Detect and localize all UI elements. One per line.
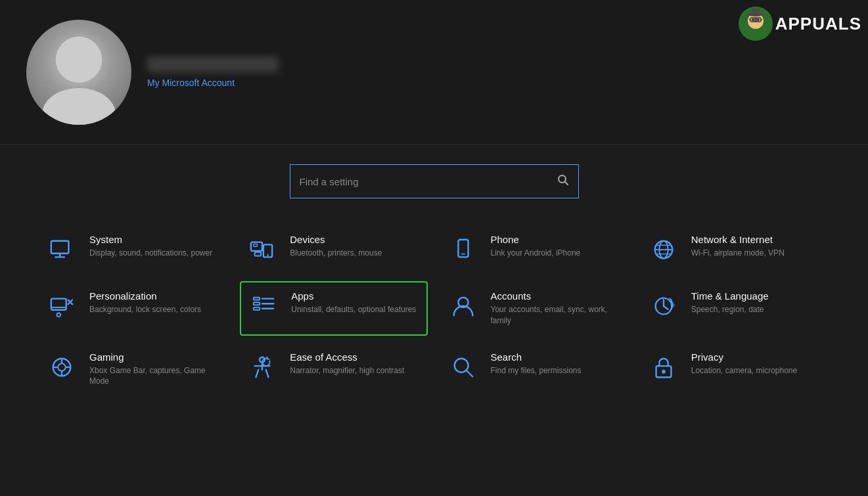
- gaming-title: Gaming: [89, 351, 220, 363]
- personalization-desc: Background, lock screen, colors: [89, 304, 201, 315]
- devices-text: Devices Bluetooth, printers, mouse: [290, 234, 382, 259]
- phone-desc: Link your Android, iPhone: [491, 248, 581, 259]
- search-button[interactable]: [555, 171, 572, 191]
- privacy-title: Privacy: [691, 351, 797, 363]
- ms-account-link[interactable]: My Microsoft Account: [147, 78, 279, 88]
- settings-grid: System Display, sound, notifications, po…: [39, 225, 829, 396]
- setting-time[interactable]: A あ Time & Language Speech, region, date: [641, 281, 829, 336]
- svg-line-13: [564, 182, 568, 185]
- gaming-desc: Xbox Game Bar, captures, Game Mode: [89, 365, 220, 388]
- ease-icon: [246, 351, 278, 383]
- svg-rect-35: [254, 302, 260, 305]
- gaming-icon: [46, 351, 78, 383]
- avatar: [26, 20, 131, 125]
- setting-gaming[interactable]: Gaming Xbox Game Bar, captures, Game Mod…: [39, 342, 227, 397]
- svg-rect-36: [254, 307, 260, 310]
- svg-point-4: [752, 18, 754, 21]
- svg-point-58: [662, 369, 666, 373]
- time-text: Time & Language Speech, region, date: [691, 290, 769, 315]
- network-text: Network & Internet Wi-Fi, airplane mode,…: [691, 234, 785, 259]
- privacy-text: Privacy Location, camera, microphone: [691, 351, 797, 376]
- settings-main: System Display, sound, notifications, po…: [0, 145, 868, 496]
- time-title: Time & Language: [691, 290, 769, 302]
- setting-search[interactable]: Search Find my files, permissions: [441, 342, 628, 397]
- setting-apps[interactable]: Apps Uninstall, defaults, optional featu…: [240, 281, 427, 336]
- user-info: My Microsoft Account: [147, 56, 279, 88]
- user-name-blurred: [147, 56, 279, 72]
- accounts-text: Accounts Your accounts, email, sync, wor…: [491, 290, 622, 327]
- phone-title: Phone: [491, 234, 581, 245]
- svg-point-33: [57, 313, 60, 317]
- system-title: System: [89, 234, 212, 245]
- phone-text: Phone Link your Android, iPhone: [491, 234, 581, 259]
- network-title: Network & Internet: [691, 234, 785, 245]
- ease-text: Ease of Access Narrator, magnifier, high…: [290, 351, 404, 376]
- system-desc: Display, sound, notifications, power: [89, 248, 212, 259]
- search-setting-text: Search Find my files, permissions: [491, 351, 582, 376]
- svg-rect-34: [254, 298, 260, 300]
- apps-text: Apps Uninstall, defaults, optional featu…: [291, 290, 416, 315]
- search-setting-title: Search: [491, 351, 582, 363]
- gaming-text: Gaming Xbox Game Bar, captures, Game Mod…: [89, 351, 220, 388]
- setting-accounts[interactable]: Accounts Your accounts, email, sync, wor…: [441, 281, 628, 336]
- setting-ease[interactable]: Ease of Access Narrator, magnifier, high…: [240, 342, 427, 397]
- personalization-title: Personalization: [89, 290, 201, 302]
- phone-icon: [447, 234, 479, 265]
- system-icon: [46, 234, 78, 265]
- apps-desc: Uninstall, defaults, optional features: [291, 304, 416, 315]
- ease-title: Ease of Access: [290, 351, 404, 363]
- svg-rect-11: [752, 9, 760, 14]
- devices-desc: Bluetooth, printers, mouse: [290, 248, 382, 259]
- apps-icon: [248, 290, 279, 322]
- appuals-mascot: [739, 7, 773, 41]
- personalization-icon: [46, 290, 78, 322]
- setting-devices[interactable]: Devices Bluetooth, printers, mouse: [240, 225, 427, 275]
- setting-phone[interactable]: Phone Link your Android, iPhone: [441, 225, 628, 275]
- svg-rect-14: [51, 241, 69, 254]
- svg-rect-21: [255, 252, 262, 256]
- accounts-icon: [447, 290, 479, 322]
- time-desc: Speech, region, date: [691, 304, 769, 315]
- ease-desc: Narrator, magnifier, high contrast: [290, 365, 404, 376]
- accounts-title: Accounts: [491, 290, 622, 302]
- setting-personalization[interactable]: Personalization Background, lock screen,…: [39, 281, 227, 336]
- search-setting-desc: Find my files, permissions: [491, 365, 582, 376]
- svg-rect-18: [254, 244, 258, 246]
- time-icon: A あ: [648, 290, 679, 322]
- svg-line-43: [664, 306, 668, 309]
- search-container: [39, 164, 829, 198]
- accounts-desc: Your accounts, email, sync, work, family: [491, 304, 622, 327]
- setting-privacy[interactable]: Privacy Location, camera, microphone: [641, 342, 829, 397]
- appuals-text-logo: APPUALS: [775, 14, 861, 34]
- svg-text:あ: あ: [671, 302, 675, 307]
- svg-rect-29: [51, 299, 66, 310]
- apps-title: Apps: [291, 290, 416, 302]
- setting-network[interactable]: Network & Internet Wi-Fi, airplane mode,…: [641, 225, 829, 275]
- svg-point-47: [58, 363, 65, 371]
- svg-point-1: [42, 88, 116, 125]
- appuals-logo: APPUALS: [739, 7, 861, 41]
- svg-point-0: [56, 36, 102, 82]
- svg-line-56: [466, 370, 472, 376]
- personalization-text: Personalization Background, lock screen,…: [89, 290, 201, 315]
- search-setting-icon: [447, 351, 479, 383]
- network-icon: [648, 234, 679, 265]
- network-desc: Wi-Fi, airplane mode, VPN: [691, 248, 785, 259]
- svg-point-5: [757, 18, 760, 21]
- privacy-icon: [648, 351, 679, 383]
- devices-icon: [246, 234, 278, 265]
- search-box: [290, 164, 579, 198]
- system-text: System Display, sound, notifications, po…: [89, 234, 212, 259]
- privacy-desc: Location, camera, microphone: [691, 365, 797, 376]
- search-input[interactable]: [290, 165, 578, 198]
- setting-system[interactable]: System Display, sound, notifications, po…: [39, 225, 227, 275]
- devices-title: Devices: [290, 234, 382, 245]
